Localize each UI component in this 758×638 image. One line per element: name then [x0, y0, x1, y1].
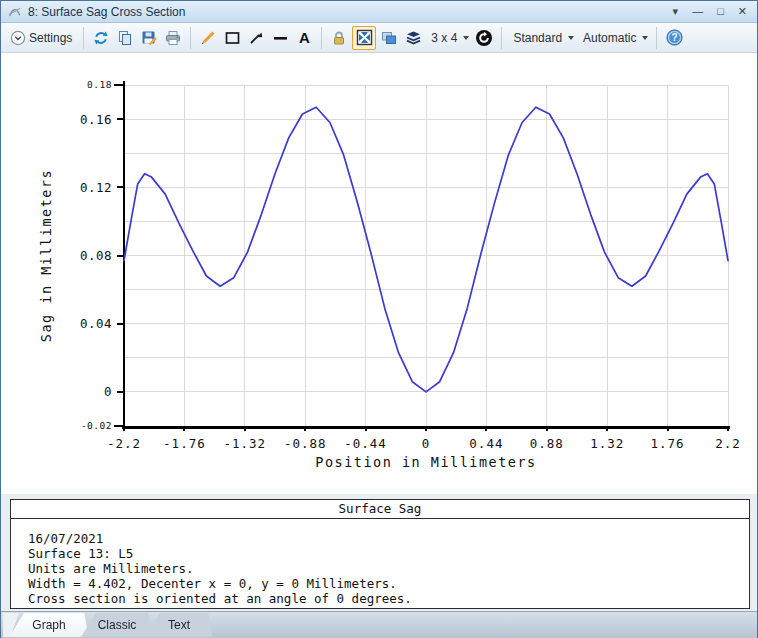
help-icon: ?: [666, 29, 683, 46]
settings-dropdown[interactable]: Settings: [7, 26, 78, 50]
draw-text-button[interactable]: A: [293, 26, 315, 50]
aspect-loop-button[interactable]: [473, 26, 495, 50]
lock-button[interactable]: [328, 26, 350, 50]
draw-rectangle-button[interactable]: [221, 26, 243, 50]
x-tick-label: -0.44: [344, 436, 387, 451]
print-icon: [165, 30, 181, 46]
print-button[interactable]: [162, 26, 184, 50]
tab-text-label: Text: [168, 618, 190, 633]
panel-line-orientation: Cross section is oriented at an angle of…: [28, 591, 749, 606]
refresh-icon: [93, 30, 109, 46]
y-tick-label: 0.18: [87, 79, 112, 90]
overlay-window-button[interactable]: [378, 26, 400, 50]
tab-graph-label: Graph: [32, 618, 65, 633]
y-tick-label: 0.08: [80, 248, 112, 263]
x-tick-label: -2.2: [107, 436, 141, 451]
automatic-dropdown[interactable]: Automatic: [577, 26, 651, 50]
x-tick-label: 0: [422, 436, 431, 451]
standard-dropdown[interactable]: Standard: [507, 26, 577, 50]
aspect-loop-icon: [475, 29, 493, 47]
x-tick-label: -1.76: [163, 436, 206, 451]
x-tick-label: 1.32: [590, 436, 624, 451]
tab-classic[interactable]: Classic: [81, 613, 153, 637]
panel-header: Surface Sag: [11, 500, 749, 519]
maximize-button[interactable]: □: [717, 6, 724, 17]
tab-classic-label: Classic: [98, 618, 137, 633]
y-tick-label: 0.16: [80, 112, 112, 127]
rectangle-icon: [224, 30, 241, 46]
toolbar: Settings: [1, 23, 757, 53]
y-tick-label: 0.04: [80, 316, 112, 331]
layers-button[interactable]: [402, 26, 424, 50]
grid-layout-label: 3 x 4: [428, 31, 460, 45]
graph-page: 0.180.160.120.080.040-0.02-2.2-1.76-1.32…: [1, 53, 757, 494]
chevron-down-icon: [568, 36, 574, 40]
text-icon: A: [299, 29, 310, 46]
fit-window-icon: [356, 29, 373, 46]
lock-icon: [331, 30, 347, 46]
refresh-button[interactable]: [90, 26, 112, 50]
text-summary-panel: Surface Sag 16/07/2021 Surface 13: L5 Un…: [10, 499, 750, 609]
grid-layout-dropdown[interactable]: 3 x 4: [425, 26, 472, 50]
separator: [501, 27, 502, 49]
panel-line-date: 16/07/2021: [28, 531, 749, 546]
title-bar: 8: Surface Sag Cross Section ▾ — □ ✕: [1, 1, 757, 23]
draw-line-button[interactable]: [269, 26, 291, 50]
layers-icon: [405, 30, 422, 46]
chevron-down-icon: [642, 36, 648, 40]
standard-label: Standard: [510, 31, 565, 45]
tab-bar: Graph Classic Text: [1, 611, 757, 638]
separator: [656, 27, 657, 49]
y-tick-label: -0.02: [81, 420, 112, 431]
draw-arrow-button[interactable]: [245, 26, 267, 50]
minimize-button[interactable]: —: [692, 6, 703, 17]
save-button[interactable]: [138, 26, 160, 50]
separator: [190, 27, 191, 49]
save-icon: [141, 30, 157, 46]
surface-sag-window: 8: Surface Sag Cross Section ▾ — □ ✕ Set…: [0, 0, 758, 638]
draw-pencil-button[interactable]: [197, 26, 219, 50]
window-title: 8: Surface Sag Cross Section: [28, 5, 673, 19]
separator: [83, 27, 84, 49]
x-tick-label: 2.2: [715, 436, 741, 451]
y-axis-title: Sag in Millimeters: [38, 169, 54, 342]
x-tick-label: 0.88: [530, 436, 564, 451]
y-tick-label: 0.12: [80, 180, 112, 195]
x-axis-title: Position in Millimeters: [315, 454, 536, 470]
tab-text[interactable]: Text: [145, 613, 213, 637]
panel-line-width: Width = 4.402, Decenter x = 0, y = 0 Mil…: [28, 576, 749, 591]
line-icon: [272, 30, 289, 46]
fit-window-button[interactable]: [352, 26, 376, 50]
help-button[interactable]: ?: [663, 26, 685, 50]
panel-line-units: Units are Millimeters.: [28, 561, 749, 576]
y-tick-label: 0: [104, 384, 112, 399]
close-button[interactable]: ✕: [738, 6, 747, 17]
arrow-icon: [248, 30, 264, 46]
tab-graph[interactable]: Graph: [9, 613, 89, 637]
x-tick-label: -1.32: [223, 436, 266, 451]
pencil-icon: [200, 30, 216, 46]
app-icon: [7, 4, 22, 19]
x-tick-label: -0.88: [284, 436, 327, 451]
chevron-down-icon: [463, 36, 469, 40]
sag-chart: 0.180.160.120.080.040-0.02-2.2-1.76-1.32…: [1, 53, 757, 494]
copy-button[interactable]: [114, 26, 136, 50]
panel-line-surface: Surface 13: L5: [28, 546, 749, 561]
settings-chevron-icon: [10, 30, 26, 46]
overlay-window-icon: [381, 30, 397, 46]
x-tick-label: 0.44: [469, 436, 503, 451]
automatic-label: Automatic: [580, 31, 639, 45]
settings-label: Settings: [26, 31, 75, 45]
x-tick-label: 1.76: [651, 436, 685, 451]
separator: [321, 27, 322, 49]
copy-icon: [117, 30, 133, 46]
svg-text:?: ?: [671, 32, 677, 43]
window-menu-button[interactable]: ▾: [673, 6, 679, 17]
